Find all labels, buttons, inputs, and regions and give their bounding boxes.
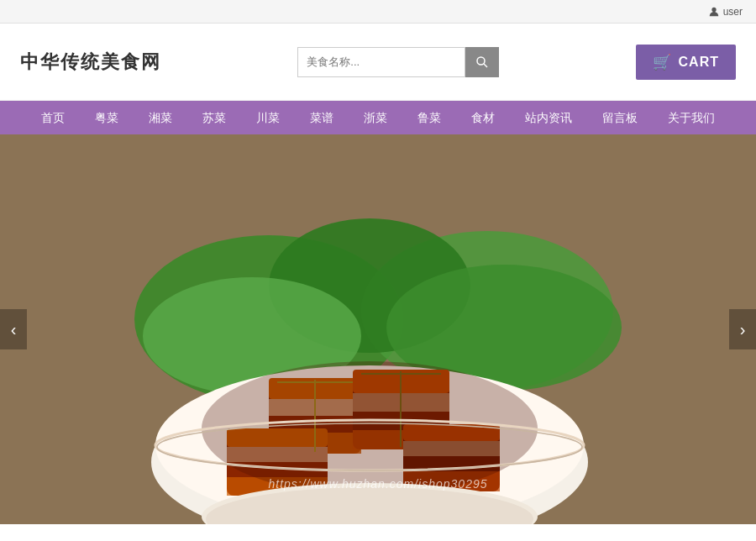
user-info: user [708,6,743,18]
cart-icon: 🛒 [653,53,672,71]
nav-item-3[interactable]: 苏菜 [187,101,241,134]
nav-item-11[interactable]: 关于我们 [653,101,730,134]
site-title: 中华传统美食网 [20,50,161,75]
svg-point-0 [711,7,716,11]
search-button[interactable] [465,47,499,77]
search-area [297,47,499,77]
nav-item-1[interactable]: 粤菜 [80,101,134,134]
svg-line-2 [484,64,487,67]
nav-item-2[interactable]: 湘菜 [134,101,187,134]
svg-point-1 [477,57,485,65]
search-input[interactable] [297,47,465,77]
top-bar: user [0,0,756,24]
nav-item-9[interactable]: 站内资讯 [510,101,587,134]
nav-item-6[interactable]: 浙菜 [349,101,402,134]
nav-item-4[interactable]: 川菜 [241,101,295,134]
hero-next-button[interactable]: › [729,309,756,349]
svg-point-31 [202,361,538,496]
nav-item-7[interactable]: 鲁菜 [402,101,456,134]
nav-item-5[interactable]: 菜谱 [295,101,349,134]
hero-illustration [0,134,756,524]
nav-item-10[interactable]: 留言板 [587,101,653,134]
user-icon [708,6,720,18]
cart-button[interactable]: 🛒 CART [636,45,736,80]
cart-label: CART [679,55,719,70]
username-label: user [723,6,743,18]
nav-bar: 首页粤菜湘菜苏菜川菜菜谱浙菜鲁菜食材站内资讯留言板关于我们 [0,101,756,134]
hero-section: https://www.huzhan.com/ishop30295 ‹ › [0,134,756,524]
search-icon [475,55,489,69]
hero-prev-button[interactable]: ‹ [0,309,27,349]
nav-item-8[interactable]: 食材 [456,101,510,134]
header: 中华传统美食网 🛒 CART [0,24,756,101]
hero-image: https://www.huzhan.com/ishop30295 ‹ › [0,134,756,524]
hero-watermark: https://www.huzhan.com/ishop30295 [268,477,487,491]
nav-item-0[interactable]: 首页 [26,101,80,134]
